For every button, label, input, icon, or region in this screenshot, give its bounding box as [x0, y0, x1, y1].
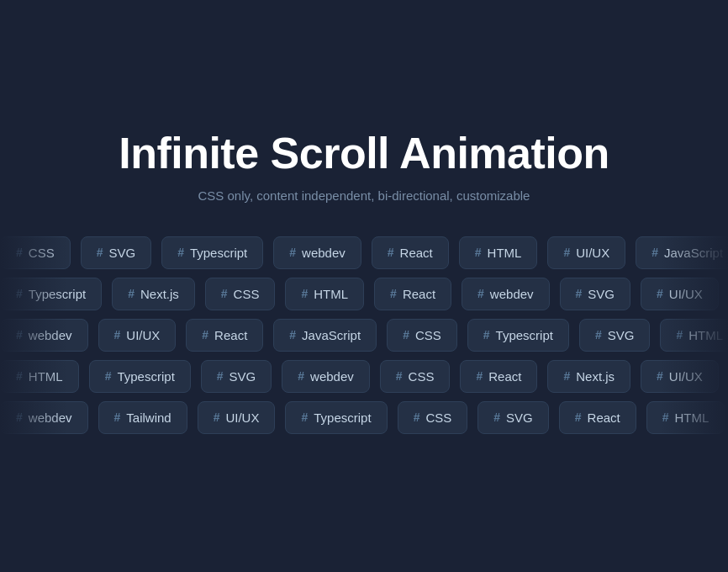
hash-symbol: # — [128, 287, 135, 300]
tag-label: HTML — [29, 369, 63, 384]
scroll-row-2: #Typescript#Next.js#CSS#HTML#React#webde… — [0, 278, 728, 310]
tag-label: Next.js — [576, 369, 615, 384]
tag-label: UI/UX — [669, 287, 703, 301]
hash-symbol: # — [662, 410, 669, 424]
tag-item: #CSS — [398, 401, 468, 434]
hash-symbol: # — [114, 328, 121, 342]
scroll-container-2: #Typescript#Next.js#CSS#HTML#React#webde… — [0, 278, 728, 319]
hash-symbol: # — [114, 410, 121, 424]
tag-item: #SVG — [579, 319, 650, 352]
tag-item: #UI/UX — [641, 360, 719, 393]
tag-item: #webdev — [0, 401, 88, 434]
tag-item: #UI/UX — [641, 278, 719, 310]
tag-item: #UI/UX — [198, 401, 276, 434]
tag-label: CSS — [29, 246, 55, 260]
tag-label: SVG — [506, 410, 533, 425]
hash-symbol: # — [575, 410, 582, 424]
tag-label: Typescript — [496, 328, 553, 342]
tag-label: SVG — [229, 369, 256, 384]
hash-symbol: # — [16, 369, 23, 383]
tag-label: Typescript — [117, 369, 174, 384]
tag-label: HTML — [675, 410, 710, 425]
hash-symbol: # — [388, 246, 394, 259]
tag-item: #webdev — [282, 360, 370, 393]
tag-label: SVG — [608, 328, 635, 342]
tag-label: UI/UX — [576, 246, 609, 260]
tag-label: CSS — [409, 369, 435, 384]
hash-symbol: # — [483, 328, 490, 342]
hash-symbol: # — [16, 328, 23, 342]
scroll-row-4: #HTML#Typescript#SVG#webdev#CSS#React#Ne… — [0, 360, 728, 393]
tag-label: webdev — [490, 287, 534, 301]
tag-item: #CSS — [0, 236, 71, 269]
tag-item: #HTML — [646, 401, 725, 434]
tag-item: #React — [374, 278, 451, 310]
tag-label: CSS — [425, 410, 451, 425]
tag-label: webdev — [29, 410, 72, 425]
tag-item: #Next.js — [112, 278, 195, 310]
tag-item: #Typescript — [89, 360, 191, 393]
hash-symbol: # — [576, 287, 583, 300]
tag-label: CSS — [415, 328, 441, 342]
scroll-container-4: #HTML#Typescript#SVG#webdev#CSS#React#Ne… — [0, 360, 728, 401]
tag-label: Next.js — [140, 287, 179, 301]
hash-symbol: # — [595, 328, 602, 342]
hash-symbol: # — [477, 287, 484, 300]
tag-item: #JavaScript — [636, 236, 728, 269]
subtitle: CSS only, content independent, bi-direct… — [119, 188, 609, 203]
hash-symbol: # — [221, 287, 228, 300]
tag-item: #SVG — [560, 278, 630, 310]
tag-item: #HTML — [0, 360, 79, 393]
scroll-row-1: #CSS#SVG#Typescript#webdev#React#HTML#UI… — [0, 236, 728, 269]
tag-item: #SVG — [477, 401, 548, 434]
tag-item: #webdev — [0, 319, 88, 352]
tag-item: #Tailwind — [98, 401, 187, 434]
tag-label: UI/UX — [126, 328, 160, 342]
tag-label: webdev — [310, 369, 354, 384]
tag-item: #SVG — [201, 360, 272, 393]
tag-item: #CSS — [387, 319, 457, 352]
hash-symbol: # — [563, 246, 570, 259]
tag-item: #webdev — [273, 236, 361, 269]
tag-label: React — [488, 369, 521, 384]
tag-item: #Typescript — [467, 319, 569, 352]
hash-symbol: # — [97, 246, 103, 259]
tag-item: #React — [559, 401, 636, 434]
tag-label: CSS — [234, 287, 260, 301]
tag-item: #React — [460, 360, 537, 393]
tag-label: JavaScript — [302, 328, 361, 342]
tag-item: #Typescript — [161, 236, 263, 269]
tag-item: #UI/UX — [98, 319, 177, 352]
tag-item: #Typescript — [285, 401, 387, 434]
hash-symbol: # — [475, 246, 482, 259]
hash-symbol: # — [214, 410, 220, 424]
hash-symbol: # — [16, 410, 23, 424]
tag-item: #CSS — [205, 278, 276, 310]
hash-symbol: # — [177, 246, 184, 259]
tag-label: React — [400, 246, 433, 260]
tag-item: #SVG — [81, 236, 151, 269]
tag-label: React — [214, 328, 247, 342]
tag-item: #UI/UX — [547, 236, 625, 269]
tag-item: #CSS — [380, 360, 451, 393]
tag-label: webdev — [302, 246, 346, 260]
scroll-area: #CSS#SVG#Typescript#webdev#React#HTML#UI… — [0, 236, 728, 442]
hash-symbol: # — [652, 246, 658, 259]
tag-label: Typescript — [29, 287, 86, 301]
tag-item: #Typescript — [0, 278, 102, 310]
hash-symbol: # — [289, 246, 296, 259]
hash-symbol: # — [105, 369, 112, 383]
hash-symbol: # — [414, 410, 420, 424]
tag-item: #HTML — [459, 236, 538, 269]
tag-label: webdev — [29, 328, 72, 342]
tag-item: #JavaScript — [273, 319, 377, 352]
hash-symbol: # — [217, 369, 224, 383]
tag-item: #React — [372, 236, 449, 269]
tag-label: UI/UX — [669, 369, 703, 384]
hash-symbol: # — [676, 328, 683, 342]
tag-label: Tailwind — [126, 410, 171, 425]
hash-symbol: # — [289, 328, 296, 342]
hash-symbol: # — [476, 369, 483, 383]
scroll-container-1: #CSS#SVG#Typescript#webdev#React#HTML#UI… — [0, 236, 728, 278]
hero-section: Infinite Scroll Animation CSS only, cont… — [119, 130, 609, 202]
